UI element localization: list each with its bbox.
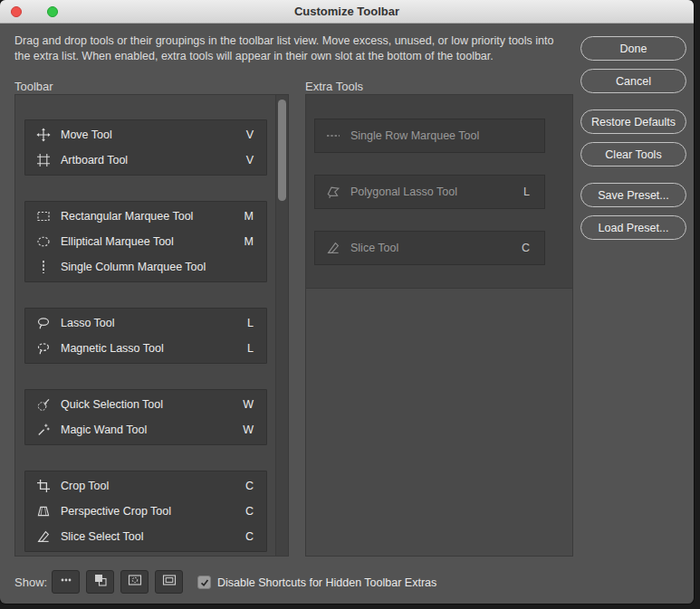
perspective-crop-icon	[36, 504, 51, 519]
fg-bg-colors-icon	[93, 573, 108, 591]
tool-shortcut: W	[243, 398, 254, 411]
magic-wand-icon	[36, 423, 51, 437]
hidden-shortcuts-checkbox[interactable]	[197, 576, 211, 589]
tool-shortcut: L	[247, 342, 254, 355]
screen-mode-icon	[162, 573, 177, 591]
tool-row-single-column-marquee-tool[interactable]: Single Column Marquee Tool	[25, 254, 266, 280]
slice-tool-icon	[326, 241, 340, 255]
load-preset-button[interactable]: Load Preset...	[580, 215, 686, 240]
tool-name: Slice Select Tool	[61, 530, 245, 543]
tool-shortcut: C	[245, 480, 254, 492]
description-line-1: Drag and drop tools or their groupings i…	[14, 33, 580, 49]
tool-shortcut: V	[246, 128, 254, 141]
quick-selection-icon	[36, 397, 51, 412]
tool-name: Quick Selection Tool	[61, 398, 243, 411]
tool-name: Crop Tool	[61, 480, 245, 492]
tool-row-elliptical-marquee-tool[interactable]: Elliptical Marquee ToolM	[25, 229, 266, 254]
show-button-ellipsis[interactable]	[52, 570, 80, 594]
zoom-button[interactable]	[47, 6, 58, 17]
tool-row-crop-tool[interactable]: Crop ToolC	[25, 473, 266, 499]
hidden-shortcuts-checkbox-label: Disable Shortcuts for Hidden Toolbar Ext…	[217, 576, 436, 589]
extra-tool-row-slice-tool[interactable]: Slice ToolC	[314, 231, 545, 265]
close-button[interactable]	[11, 6, 22, 17]
artboard-tool-icon	[36, 153, 51, 167]
tool-group: Lasso ToolLMagnetic Lasso ToolL	[24, 308, 267, 364]
crop-tool-icon	[36, 479, 51, 493]
tool-group: Move ToolVArtboard ToolV	[24, 119, 267, 176]
show-button-screen-mode[interactable]	[155, 570, 183, 594]
toolbar-scrollbar-thumb[interactable]	[278, 100, 286, 201]
slice-select-icon	[36, 529, 51, 544]
toolbar-list-panel: Move ToolVArtboard ToolVRectangular Marq…	[14, 94, 289, 557]
tool-name: Magnetic Lasso Tool	[61, 342, 247, 355]
tool-name: Polygonal Lasso Tool	[350, 186, 523, 198]
tool-row-magnetic-lasso-tool[interactable]: Magnetic Lasso ToolL	[25, 336, 266, 361]
window-title: Customize Toolbar	[294, 5, 399, 18]
tool-name: Magic Wand Tool	[61, 423, 243, 436]
extra-tool-row-single-row-marquee-tool[interactable]: Single Row Marquee Tool	[314, 119, 545, 153]
quick-mask-icon	[128, 573, 142, 591]
tool-shortcut: C	[245, 505, 254, 518]
tool-name: Single Column Marquee Tool	[61, 261, 254, 273]
move-tool-icon	[36, 128, 51, 142]
extra-tools-list: Single Row Marquee ToolPolygonal Lasso T…	[306, 95, 572, 289]
tool-name: Elliptical Marquee Tool	[61, 235, 245, 248]
tool-shortcut: W	[243, 423, 254, 436]
description-line-2: the extra list. When enabled, extra tool…	[14, 49, 580, 64]
tool-row-quick-selection-tool[interactable]: Quick Selection ToolW	[25, 392, 266, 417]
tool-group: Quick Selection ToolWMagic Wand ToolW	[24, 389, 267, 445]
tool-group: Rectangular Marquee ToolMElliptical Marq…	[24, 201, 267, 282]
show-label: Show:	[14, 576, 47, 589]
titlebar[interactable]: Customize Toolbar	[0, 0, 694, 24]
tool-name: Single Row Marquee Tool	[350, 129, 530, 142]
single-row-marquee-icon	[326, 128, 340, 143]
magnetic-lasso-icon	[36, 341, 51, 356]
tool-row-artboard-tool[interactable]: Artboard ToolV	[25, 147, 266, 173]
tool-shortcut: L	[523, 186, 530, 198]
description: Drag and drop tools or their groupings i…	[14, 33, 580, 64]
tool-name: Lasso Tool	[61, 317, 247, 329]
tool-row-rectangular-marquee-tool[interactable]: Rectangular Marquee ToolM	[25, 204, 266, 229]
tool-shortcut: M	[245, 210, 254, 223]
tool-name: Rectangular Marquee Tool	[61, 210, 245, 223]
tool-shortcut: C	[522, 242, 530, 254]
traffic-lights	[11, 0, 58, 24]
ellipsis-icon	[59, 573, 73, 591]
tool-name: Artboard Tool	[61, 154, 246, 167]
tool-name: Move Tool	[61, 128, 246, 141]
tool-shortcut: M	[245, 235, 254, 248]
tool-row-slice-select-tool[interactable]: Slice Select ToolC	[25, 524, 266, 549]
check-icon	[199, 577, 210, 588]
tool-row-magic-wand-tool[interactable]: Magic Wand ToolW	[25, 417, 266, 442]
done-button[interactable]: Done	[580, 36, 686, 61]
toolbar-panel-label: Toolbar	[14, 80, 53, 93]
tool-shortcut: C	[245, 530, 254, 543]
extra-tools-panel: Single Row Marquee ToolPolygonal Lasso T…	[305, 94, 573, 557]
customize-toolbar-dialog: Customize Toolbar Drag and drop tools or…	[0, 0, 694, 604]
tool-shortcut: V	[246, 154, 254, 167]
extra-tool-row-polygonal-lasso-tool[interactable]: Polygonal Lasso ToolL	[314, 175, 545, 209]
rect-marquee-icon	[36, 209, 51, 224]
save-preset-button[interactable]: Save Preset...	[580, 183, 686, 207]
show-button-quick-mask[interactable]	[120, 570, 149, 594]
ellip-marquee-icon	[36, 234, 51, 249]
toolbar-scrollbar-track[interactable]	[275, 95, 288, 556]
extra-tools-panel-label: Extra Tools	[305, 80, 363, 93]
single-col-marquee-icon	[36, 260, 51, 274]
tool-shortcut: L	[247, 317, 254, 329]
cancel-button[interactable]: Cancel	[580, 69, 686, 93]
show-buttons	[52, 570, 183, 594]
show-button-fg-bg-colors[interactable]	[86, 570, 114, 594]
tool-row-lasso-tool[interactable]: Lasso ToolL	[25, 310, 266, 336]
toolbar-group-list: Move ToolVArtboard ToolVRectangular Marq…	[15, 95, 275, 556]
tool-row-perspective-crop-tool[interactable]: Perspective Crop ToolC	[25, 499, 266, 524]
tool-group: Crop ToolCPerspective Crop ToolCSlice Se…	[24, 471, 267, 552]
tool-name: Slice Tool	[350, 242, 522, 254]
polygonal-lasso-icon	[326, 185, 340, 199]
tool-name: Perspective Crop Tool	[61, 505, 245, 518]
lasso-icon	[36, 316, 51, 330]
restore-defaults-button[interactable]: Restore Defaults	[580, 109, 686, 134]
clear-tools-button[interactable]: Clear Tools	[580, 142, 686, 167]
tool-row-move-tool[interactable]: Move ToolV	[25, 122, 266, 147]
